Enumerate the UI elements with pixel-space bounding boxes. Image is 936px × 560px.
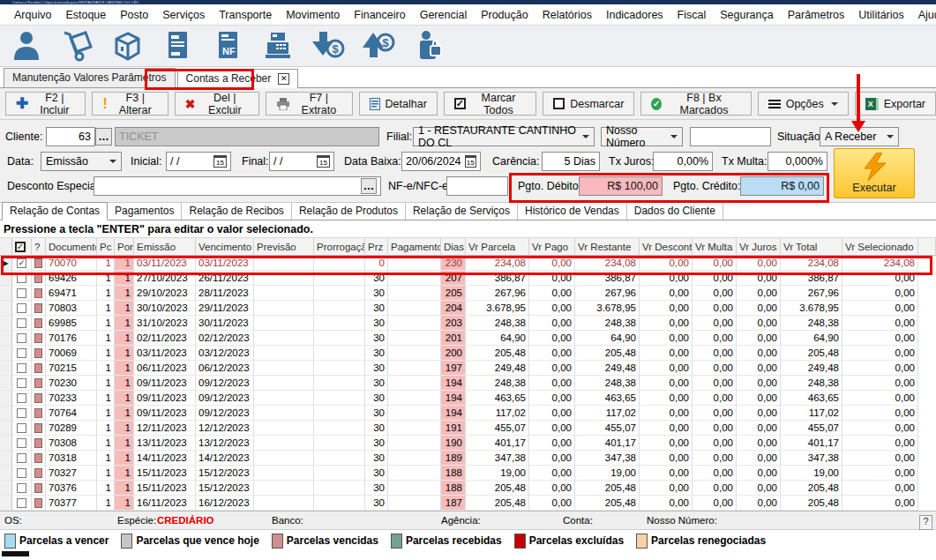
- column-header-vr-parcela[interactable]: Vr Parcela: [466, 238, 529, 256]
- cell-vr-desconto[interactable]: 0,00: [640, 406, 693, 421]
- menu-item-relatorios[interactable]: Relatórios: [535, 6, 599, 24]
- data-baixa-input[interactable]: 20/06/202415: [401, 152, 481, 171]
- row-checkbox[interactable]: [12, 286, 32, 301]
- cell-pagamento[interactable]: [388, 331, 441, 346]
- cell-documento[interactable]: 70327: [46, 466, 97, 481]
- cell-prorrogacao[interactable]: [314, 271, 365, 286]
- cell-prorrogacao[interactable]: [314, 451, 365, 466]
- cell-pc[interactable]: 1: [97, 436, 115, 451]
- cell-vr-pago[interactable]: 0,00: [529, 421, 575, 436]
- cell-vr-desconto[interactable]: 0,00: [640, 331, 693, 346]
- menu-item-ajuda[interactable]: Ajuda: [911, 6, 936, 24]
- cell-vr-total[interactable]: 205,48: [781, 346, 842, 361]
- table-row[interactable]: 694711129/10/202328/11/202330205267,960,…: [0, 286, 936, 301]
- cell-pc[interactable]: 1: [97, 376, 115, 391]
- cell-pc[interactable]: 1: [97, 316, 115, 331]
- cell-dias[interactable]: 188: [441, 481, 466, 496]
- cell-previsao[interactable]: [254, 466, 314, 481]
- cell-vr-total[interactable]: 205,48: [781, 496, 842, 511]
- column-header-vr-juros[interactable]: Vr Juros: [737, 238, 781, 256]
- cell-vr-juros[interactable]: 0,00: [737, 421, 781, 436]
- cell-vr-multa[interactable]: 0,00: [693, 316, 737, 331]
- cell-pagamento[interactable]: [388, 286, 441, 301]
- cell-vr-selecionado[interactable]: 0,00: [842, 346, 918, 361]
- cell-prz[interactable]: 30: [365, 346, 388, 361]
- cell-pc[interactable]: 1: [97, 391, 115, 406]
- cell-vr-total[interactable]: 347,38: [781, 451, 842, 466]
- cell-vencimento[interactable]: 13/12/2023: [196, 436, 254, 451]
- cell-prorrogacao[interactable]: [314, 256, 365, 271]
- cash-register-icon[interactable]: [258, 28, 297, 63]
- cell-vr-desconto[interactable]: 0,00: [640, 376, 693, 391]
- cell-vr-restante[interactable]: 248,38: [575, 376, 640, 391]
- cell-pagamento[interactable]: [388, 376, 441, 391]
- cell-vr-restante[interactable]: 347,38: [575, 451, 640, 466]
- cell-vencimento[interactable]: 03/11/2023: [196, 256, 254, 271]
- cell-vencimento[interactable]: 30/11/2023: [196, 316, 254, 331]
- column-header-previsao[interactable]: Previsão: [254, 238, 314, 256]
- cell-emissao[interactable]: 12/11/2023: [134, 421, 196, 436]
- row-checkbox[interactable]: [12, 466, 32, 481]
- cell-previsao[interactable]: [254, 331, 314, 346]
- cell-pagamento[interactable]: [388, 496, 441, 511]
- cell-vr-multa[interactable]: 0,00: [693, 256, 737, 271]
- cliente-browse-button[interactable]: …: [95, 128, 112, 146]
- menu-item-estoque[interactable]: Estoque: [58, 6, 113, 24]
- cell-vr-multa[interactable]: 0,00: [693, 451, 737, 466]
- cell-prorrogacao[interactable]: [314, 301, 365, 316]
- cell-documento[interactable]: 69471: [46, 286, 97, 301]
- column-header-vr-desconto[interactable]: Vr Desconto: [640, 238, 693, 256]
- cell-vr-pago[interactable]: 0,00: [529, 376, 575, 391]
- cell-vr-parcela[interactable]: 401,17: [466, 436, 529, 451]
- cell-prorrogacao[interactable]: [314, 406, 365, 421]
- menu-item-seguranca[interactable]: Segurança: [713, 6, 780, 24]
- cell-por[interactable]: 1: [115, 256, 134, 271]
- cell-vr-parcela[interactable]: 386,87: [466, 271, 529, 286]
- cell-vr-multa[interactable]: 0,00: [693, 346, 737, 361]
- cell-vencimento[interactable]: 26/11/2023: [196, 271, 254, 286]
- cell-vr-parcela[interactable]: 234,08: [466, 256, 529, 271]
- cell-emissao[interactable]: 02/11/2023: [134, 331, 196, 346]
- cell-vr-selecionado[interactable]: 0,00: [842, 436, 918, 451]
- cell-prorrogacao[interactable]: [314, 496, 365, 511]
- cell-pc[interactable]: 1: [97, 271, 115, 286]
- cell-vr-pago[interactable]: 0,00: [529, 481, 575, 496]
- nfe-input[interactable]: [446, 176, 508, 196]
- cell-vr-parcela[interactable]: 205,48: [466, 481, 529, 496]
- cell-vr-juros[interactable]: 0,00: [737, 316, 781, 331]
- menu-item-parametros[interactable]: Parâmetros: [781, 6, 852, 24]
- row-checkbox[interactable]: [12, 331, 32, 346]
- cell-emissao[interactable]: 15/11/2023: [134, 466, 196, 481]
- cell-dias[interactable]: 205: [441, 286, 466, 301]
- cell-documento[interactable]: 70069: [46, 346, 97, 361]
- table-row[interactable]: 703081113/11/202313/12/202330190401,170,…: [0, 436, 936, 451]
- cell-dias[interactable]: 203: [441, 316, 466, 331]
- menu-item-gerencial[interactable]: Gerencial: [413, 6, 475, 24]
- cell-vr-selecionado[interactable]: 0,00: [842, 451, 918, 466]
- table-row[interactable]: 702331109/11/202309/12/202330194463,650,…: [0, 391, 936, 406]
- table-row[interactable]: 700691103/11/202303/12/202330200205,480,…: [0, 346, 936, 361]
- del-excluir-button[interactable]: ✖Del | Excluir: [175, 92, 260, 116]
- cell-dias[interactable]: 200: [441, 346, 466, 361]
- cell-vr-selecionado[interactable]: 0,00: [842, 271, 918, 286]
- close-icon[interactable]: ✕: [278, 73, 289, 85]
- subtab-historico-de-vendas[interactable]: Histórico de Vendas: [518, 203, 627, 220]
- executar-button[interactable]: Executar: [834, 148, 915, 198]
- cell-pc[interactable]: 1: [97, 421, 115, 436]
- cell-vr-parcela[interactable]: 3.678,95: [466, 301, 529, 316]
- cell-vr-restante[interactable]: 249,48: [575, 361, 640, 376]
- cell-dias[interactable]: 194: [441, 391, 466, 406]
- calendar-icon[interactable]: 15: [465, 155, 476, 168]
- cliente-code-input[interactable]: 63: [46, 127, 95, 146]
- cell-pc[interactable]: 1: [97, 451, 115, 466]
- menu-item-producao[interactable]: Produção: [474, 6, 535, 24]
- cell-vr-juros[interactable]: 0,00: [737, 466, 781, 481]
- cell-vr-selecionado[interactable]: 0,00: [842, 391, 918, 406]
- cell-vr-parcela[interactable]: 267,96: [466, 286, 529, 301]
- menu-item-movimento[interactable]: Movimento: [279, 6, 347, 24]
- cell-previsao[interactable]: [254, 496, 314, 511]
- cell-vr-restante[interactable]: 401,17: [575, 436, 640, 451]
- row-checkbox[interactable]: [12, 271, 32, 286]
- cell-vr-total[interactable]: 205,48: [781, 481, 842, 496]
- cell-vr-pago[interactable]: 0,00: [529, 286, 575, 301]
